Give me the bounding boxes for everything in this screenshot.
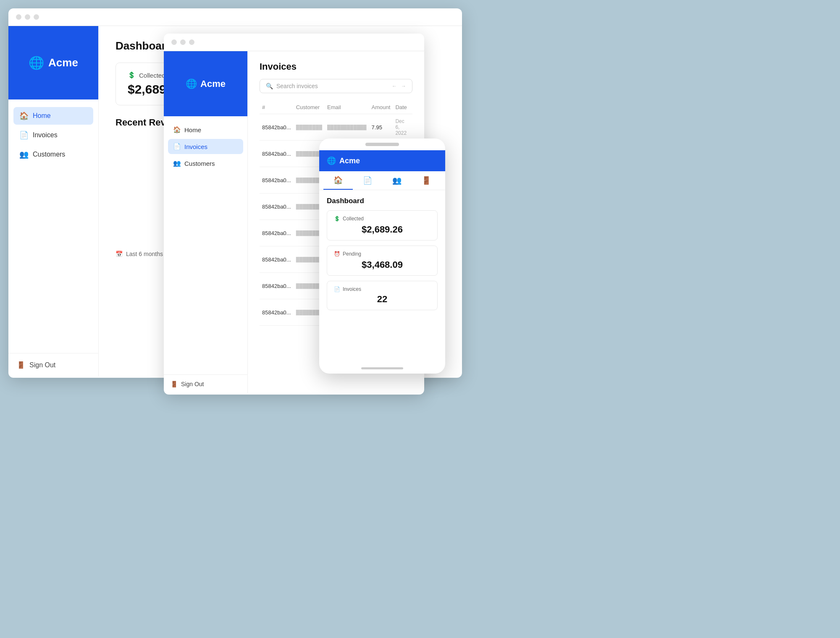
traffic-light-yellow-2 [180,39,186,45]
mobile-invoices-label: 📄 Invoices [334,286,430,292]
win2-sidebar: 🌐 Acme 🏠 Home 📄 Invoices 👥 Customers � [164,51,248,393]
win2-home-label: Home [184,126,201,133]
mobile-notch [365,143,399,146]
signout-label: Sign Out [29,361,55,369]
calendar-icon: 📅 [116,251,123,257]
search-icon: 🔍 [266,83,273,89]
cell-id: 85842ba0... [260,220,294,246]
mobile-logo: 🌐 Acme [319,150,445,171]
cell-id: 85842ba0... [260,193,294,220]
mobile-pending-label: ⏰ Pending [334,251,430,257]
win2-home-icon: 🏠 [173,126,181,133]
col-hash: # [260,101,294,114]
home-icon: 🏠 [19,111,29,120]
sidebar-item-invoices-label: Invoices [33,131,58,139]
mobile-invoices-card: 📄 Invoices 22 [327,281,438,310]
mobile-globe-icon: 🌐 [327,156,336,165]
customers-icon: 👥 [19,150,29,159]
signout-icon: 🚪 [17,361,25,369]
sidebar-item-home-label: Home [33,112,51,120]
win2-globe-icon: 🌐 [186,78,197,89]
win2-logo: 🌐 Acme [164,51,247,116]
traffic-light-red-2 [171,39,177,45]
cell-id: 85842ba0... [260,167,294,193]
win2-invoices-title: Invoices [260,61,412,72]
mobile-tab-invoices[interactable]: 📄 [353,171,382,190]
mobile-invoices-icon: 📄 [334,286,340,292]
mobile-collected-value: $2,689.26 [334,224,430,235]
win1-signout[interactable]: 🚪 Sign Out [8,353,98,377]
cell-email: ████████████ [325,114,369,141]
win1-logo: 🌐 Acme [8,26,98,99]
col-date: Date [393,101,412,114]
win2-invoices-icon: 📄 [173,143,181,150]
traffic-light-yellow [25,14,30,20]
col-amount: Amount [369,101,393,114]
cell-amount: 7.95 [369,114,393,141]
traffic-light-green-2 [189,39,194,45]
win2-customers-label: Customers [184,160,215,167]
cell-date: Dec 6, 2022 [393,114,412,141]
win2-customers-icon: 👥 [173,160,181,167]
win1-sidebar: 🌐 Acme 🏠 Home 📄 Invoices 👥 Customers � [8,26,99,377]
mobile-tabnav: 🏠 📄 👥 🚪 [319,171,445,190]
sidebar-item-customers-label: Customers [33,151,65,158]
mobile-dollar-icon: 💲 [334,216,340,222]
mobile-tab-signout[interactable]: 🚪 [412,171,441,190]
win2-invoices-label: Invoices [184,143,207,150]
mobile-pending-card: ⏰ Pending $3,468.09 [327,246,438,276]
search-nav: ← → [392,83,406,89]
traffic-light-red [16,14,21,20]
titlebar-1 [8,8,462,26]
table-row: 85842ba0... ████████ ████████████ 7.95 D… [260,114,412,141]
col-customer: Customer [294,101,325,114]
mobile-clock-icon: ⏰ [334,251,340,257]
sidebar-item-home[interactable]: 🏠 Home [13,107,93,125]
dollar-circle-icon: 💲 [128,71,136,79]
mobile-pending-value: $3,468.09 [334,259,430,270]
cell-id: 85842ba0... [260,114,294,141]
sidebar-item-customers[interactable]: 👥 Customers [13,146,93,163]
traffic-light-green [34,14,39,20]
win2-signout[interactable]: 🚪 Sign Out [164,374,247,393]
col-email: Email [325,101,369,114]
win2-sidebar-customers[interactable]: 👥 Customers [168,156,243,171]
mobile-dashboard-title: Dashboard [327,197,438,205]
win2-nav: 🏠 Home 📄 Invoices 👥 Customers [164,116,247,374]
mobile-tab-customers[interactable]: 👥 [382,171,412,190]
cell-id: 85842ba0... [260,273,294,299]
win2-signout-icon: 🚪 [171,381,178,387]
globe-icon: 🌐 [29,55,44,70]
mobile-invoices-count: 22 [334,294,430,305]
win2-sidebar-invoices[interactable]: 📄 Invoices [168,139,243,154]
mobile-tab-home[interactable]: 🏠 [323,171,353,190]
cell-id: 85842ba0... [260,141,294,167]
win1-nav: 🏠 Home 📄 Invoices 👥 Customers [8,99,98,353]
cell-customer: ████████ [294,114,325,141]
mobile-logo-text: Acme [339,157,360,165]
mobile-titlebar [319,139,445,150]
search-bar[interactable]: 🔍 Search invoices ← → [260,79,412,93]
mobile-body: Dashboard 💲 Collected $2,689.26 ⏰ Pendin… [319,190,445,317]
cell-id: 85842ba0... [260,246,294,273]
win1-logo-text: Acme [48,56,78,69]
mobile-home-indicator [361,367,403,369]
titlebar-2 [164,34,424,51]
sidebar-item-invoices[interactable]: 📄 Invoices [13,126,93,144]
win2-logo-text: Acme [200,78,226,89]
win2-sidebar-home[interactable]: 🏠 Home [168,122,243,137]
mobile-collected-label: 💲 Collected [334,216,430,222]
search-placeholder: Search invoices [276,83,318,89]
mobile-window: 🌐 Acme 🏠 📄 👥 🚪 Dashboard 💲 Collected $2,… [319,139,445,374]
cell-id: 85842ba0... [260,299,294,326]
win2-signout-label: Sign Out [181,381,204,387]
mobile-collected-card: 💲 Collected $2,689.26 [327,210,438,241]
chart-footer-label: Last 6 months [126,251,163,257]
invoices-icon: 📄 [19,131,29,140]
